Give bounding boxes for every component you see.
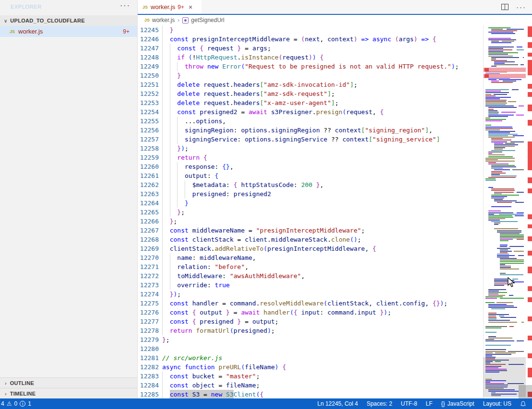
line-number[interactable]: 12253 — [138, 98, 162, 107]
code-line[interactable]: 12252 delete request.headers["amz-sdk-re… — [138, 89, 483, 98]
code-line[interactable]: 12250 } — [138, 71, 483, 80]
line-content[interactable]: relation: "before", — [162, 262, 483, 271]
code-line[interactable]: 12278 return formatUrl(presigned); — [138, 326, 483, 335]
line-number[interactable]: 12279 — [138, 335, 162, 344]
code-line[interactable]: 12264 } — [138, 199, 483, 208]
line-content[interactable]: const handler = command.resolveMiddlewar… — [162, 299, 483, 308]
line-number[interactable]: 12260 — [138, 162, 162, 171]
code-line[interactable]: 12276 const { output } = await handler({… — [138, 308, 483, 317]
line-content[interactable]: }); — [162, 144, 483, 153]
line-content[interactable]: const { presigned } = output; — [162, 317, 483, 326]
statusbar-keyboard-layout[interactable]: Layout: US — [483, 400, 511, 407]
sidebar-item-workerjs[interactable]: JS worker.js 9+ — [0, 26, 137, 37]
line-number[interactable]: 12270 — [138, 253, 162, 262]
code-line[interactable]: 12254 const presigned2 = await s3Presign… — [138, 107, 483, 117]
line-content[interactable]: const middlewareName = "presignIntercept… — [162, 226, 483, 235]
code-line[interactable]: 12255 ...options, — [138, 117, 483, 126]
line-content[interactable]: // src/worker.js — [162, 353, 483, 362]
code-line[interactable]: 12275 const handler = command.resolveMid… — [138, 299, 483, 308]
line-number[interactable]: 12259 — [138, 153, 162, 162]
line-content[interactable]: signingService: options.signingService ?… — [162, 135, 483, 144]
line-content[interactable]: const presignInterceptMiddleware = (next… — [162, 35, 483, 44]
line-number[interactable]: 12255 — [138, 117, 162, 126]
tab-workerjs[interactable]: JS worker.js 9+ × — [138, 0, 201, 14]
code-line[interactable]: 12279}; — [138, 335, 483, 344]
breadcrumb-file[interactable]: worker.js — [152, 17, 175, 23]
code-line[interactable]: 12283 const bucket = "master"; — [138, 372, 483, 381]
line-content[interactable]: ...options, — [162, 117, 483, 126]
line-number[interactable]: 12262 — [138, 180, 162, 189]
code-line[interactable]: 12256 signingRegion: options.signingRegi… — [138, 126, 483, 135]
line-number[interactable]: 12252 — [138, 89, 162, 98]
code-line[interactable]: 12253 delete request.headers["x-amz-user… — [138, 98, 483, 107]
line-content[interactable]: }; — [162, 335, 483, 344]
line-number[interactable]: 12281 — [138, 353, 162, 362]
vertical-scrollbar-thumb[interactable] — [519, 385, 532, 398]
line-content[interactable]: }; — [162, 208, 483, 217]
line-content[interactable]: return formatUrl(presigned); — [162, 326, 483, 335]
line-number[interactable]: 12276 — [138, 308, 162, 317]
line-number[interactable]: 12257 — [138, 135, 162, 144]
line-number[interactable]: 12256 — [138, 126, 162, 135]
split-editor-icon[interactable] — [501, 4, 508, 10]
code-line[interactable]: 12272 toMiddleware: "awsAuthMiddleware", — [138, 271, 483, 280]
code-line[interactable]: 12282async function preURL(fileName) { — [138, 362, 483, 372]
line-number[interactable]: 12249 — [138, 62, 162, 71]
code-line[interactable]: 12277 const { presigned } = output; — [138, 317, 483, 326]
line-content[interactable]: name: middlewareName, — [162, 253, 483, 262]
code-editor[interactable]: 12245 }12246 const presignInterceptMiddl… — [138, 25, 483, 398]
code-line[interactable]: 12248 if (!HttpRequest.isInstance(reques… — [138, 53, 483, 62]
code-line[interactable]: 12281// src/worker.js — [138, 353, 483, 362]
line-number[interactable]: 12248 — [138, 53, 162, 62]
line-number[interactable]: 12258 — [138, 144, 162, 153]
code-line[interactable]: 12280 — [138, 344, 483, 353]
code-line[interactable]: 12261 output: { — [138, 171, 483, 180]
sidebar-section-timeline[interactable]: ›TIMELINE — [0, 388, 137, 398]
code-line[interactable]: 12265 }; — [138, 208, 483, 217]
line-number[interactable]: 12250 — [138, 71, 162, 80]
code-line[interactable]: 12266 }; — [138, 217, 483, 226]
line-content[interactable]: presigned: presigned2 — [162, 189, 483, 199]
line-number[interactable]: 12274 — [138, 290, 162, 299]
line-number[interactable]: 12272 — [138, 271, 162, 280]
code-line[interactable]: 12271 relation: "before", — [138, 262, 483, 271]
line-content[interactable]: if (!HttpRequest.isInstance(request)) { — [162, 53, 483, 62]
notifications-bell-icon[interactable] — [520, 401, 526, 407]
line-number[interactable]: 12283 — [138, 372, 162, 381]
line-number[interactable]: 12264 — [138, 199, 162, 208]
line-number[interactable]: 12284 — [138, 381, 162, 390]
statusbar-cursor-position[interactable]: Ln 12245, Col 4 — [317, 400, 358, 407]
line-number[interactable]: 12275 — [138, 299, 162, 308]
code-line[interactable]: 12258 }); — [138, 144, 483, 153]
problems-status[interactable]: 4 ⚠ 0 i 1 — [0, 400, 31, 407]
line-number[interactable]: 12261 — [138, 171, 162, 180]
sidebar-section-outline[interactable]: ›OUTLINE — [0, 377, 137, 388]
line-number[interactable]: 12246 — [138, 35, 162, 44]
statusbar-indentation[interactable]: Spaces: 2 — [366, 400, 392, 407]
line-content[interactable]: } — [162, 71, 483, 80]
line-number[interactable]: 12267 — [138, 226, 162, 235]
line-content[interactable]: return { — [162, 153, 483, 162]
line-content[interactable]: const bucket = "master"; — [162, 372, 483, 381]
code-line[interactable]: 12273 override: true — [138, 280, 483, 290]
sidebar-section-header[interactable]: ∨ UPLOAD_TO_CLOUDFLARE — [0, 15, 137, 26]
statusbar-eol[interactable]: LF — [426, 400, 433, 407]
line-number[interactable]: 12245 — [138, 25, 162, 35]
line-content[interactable]: throw new Error("Request to be presigned… — [162, 62, 483, 71]
line-content[interactable]: const { request } = args; — [162, 44, 483, 53]
line-number[interactable]: 12247 — [138, 44, 162, 53]
line-content[interactable]: const presigned2 = await s3Presigner.pre… — [162, 107, 483, 117]
line-number[interactable]: 12269 — [138, 244, 162, 253]
minimap[interactable] — [483, 25, 526, 398]
code-line[interactable]: 12260 response: {}, — [138, 162, 483, 171]
code-line[interactable]: 12270 name: middlewareName, — [138, 253, 483, 262]
line-content[interactable]: clientStack.addRelativeTo(presignInterce… — [162, 244, 483, 253]
line-content[interactable]: const object = fileName; — [162, 381, 483, 390]
code-line[interactable]: 12268 const clientStack = client.middlew… — [138, 235, 483, 244]
statusbar-language[interactable]: {}JavaScript — [441, 400, 474, 407]
line-content[interactable]: } — [162, 199, 483, 208]
breadcrumb-symbol[interactable]: getSignedUrl — [191, 17, 224, 23]
statusbar-encoding[interactable]: UTF-8 — [401, 400, 417, 407]
code-line[interactable]: 12251 delete request.headers["amz-sdk-in… — [138, 80, 483, 89]
sidebar-more-actions-icon[interactable]: ··· — [120, 1, 130, 10]
